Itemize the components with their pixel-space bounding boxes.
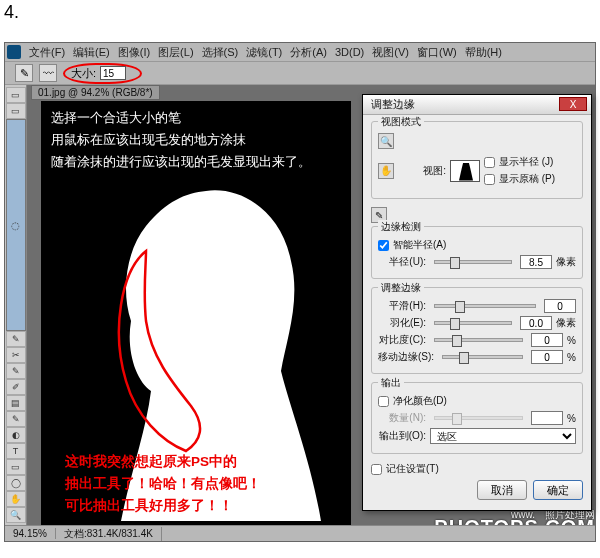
tip-line: 这时我突然想起原来PS中的 <box>65 451 261 473</box>
toolbox: ▭ ▭ ◌ ✎ ✂ ✎ ✐ ▤ ✎ ◐ T ▭ ◯ ✋ 🔍 <box>5 85 27 541</box>
hand-icon[interactable]: ✋ <box>378 163 394 179</box>
ps-logo-icon <box>7 45 21 59</box>
group-label: 输出 <box>378 376 404 390</box>
show-original-checkbox[interactable] <box>484 174 495 185</box>
zoom-level[interactable]: 94.15% <box>5 528 56 539</box>
canvas[interactable]: 选择一个合适大小的笔 用鼠标在应该出现毛发的地方涂抹 随着涂抹的进行应该出现的毛… <box>41 101 351 531</box>
amount-label: 数量(N): <box>378 411 426 425</box>
tip-line: 选择一个合适大小的笔 <box>51 107 311 129</box>
contrast-input[interactable] <box>531 333 563 347</box>
remember-label: 记住设置(T) <box>386 462 439 476</box>
shift-unit: % <box>567 352 576 363</box>
feather-unit: 像素 <box>556 316 576 330</box>
decontaminate-checkbox[interactable] <box>378 396 389 407</box>
menu-help[interactable]: 帮助(H) <box>461 45 506 60</box>
cancel-button[interactable]: 取消 <box>477 480 527 500</box>
view-thumbnail[interactable] <box>450 160 480 182</box>
tool-lasso[interactable]: ◌ <box>6 119 26 331</box>
brush-size-input[interactable] <box>100 66 126 80</box>
smooth-input[interactable] <box>544 299 576 313</box>
tool-wand[interactable]: ✎ <box>6 331 26 347</box>
tool-stamp[interactable]: ✎ <box>6 411 26 427</box>
menu-edit[interactable]: 编辑(E) <box>69 45 114 60</box>
instruction-text-bottom: 这时我突然想起原来PS中的 抽出工具了！哈哈！有点像吧！ 可比抽出工具好用多了！… <box>65 451 261 517</box>
amount-input <box>531 411 563 425</box>
menu-analysis[interactable]: 分析(A) <box>286 45 331 60</box>
tool-marquee[interactable]: ▭ <box>6 103 26 119</box>
tip-line: 抽出工具了！哈哈！有点像吧！ <box>65 473 261 495</box>
show-original-label: 显示原稿 (P) <box>499 172 555 186</box>
menu-select[interactable]: 选择(S) <box>198 45 243 60</box>
tool-shape[interactable]: ◯ <box>6 475 26 491</box>
smart-radius-label: 智能半径(A) <box>393 238 446 252</box>
group-view-mode: 视图模式 🔍 ✋ 视图: 显示半径 (J) 显示原稿 (P) <box>371 121 583 199</box>
tool-eyedropper[interactable]: ✎ <box>6 363 26 379</box>
tool-move[interactable]: ▭ <box>6 87 26 103</box>
dialog-title: 调整边缘 <box>371 97 415 112</box>
menu-layer[interactable]: 图层(L) <box>154 45 197 60</box>
menu-window[interactable]: 窗口(W) <box>413 45 461 60</box>
tool-zoom[interactable]: 🔍 <box>6 507 26 523</box>
radius-unit: 像素 <box>556 255 576 269</box>
shift-label: 移动边缘(S): <box>378 350 434 364</box>
tool-brush[interactable]: ▤ <box>6 395 26 411</box>
tool-path[interactable]: ▭ <box>6 459 26 475</box>
amount-unit: % <box>567 413 576 424</box>
tool-crop[interactable]: ✂ <box>6 347 26 363</box>
doc-size: 文档:831.4K/831.4K <box>56 527 162 541</box>
size-highlight-annotation: 大小: <box>63 63 142 84</box>
tip-line: 随着涂抹的进行应该出现的毛发显现出来了。 <box>51 151 311 173</box>
show-radius-checkbox[interactable] <box>484 157 495 168</box>
radius-input[interactable] <box>520 255 552 269</box>
tip-line: 可比抽出工具好用多了！！ <box>65 495 261 517</box>
smooth-slider[interactable] <box>434 304 536 308</box>
amount-slider <box>434 416 523 420</box>
tool-text[interactable]: T <box>6 443 26 459</box>
feather-input[interactable] <box>520 316 552 330</box>
menu-image[interactable]: 图像(I) <box>114 45 154 60</box>
status-bar: 94.15% 文档:831.4K/831.4K <box>5 525 595 541</box>
remember-checkbox[interactable] <box>371 464 382 475</box>
group-label: 视图模式 <box>378 115 424 129</box>
smart-radius-checkbox[interactable] <box>378 240 389 251</box>
contrast-label: 对比度(C): <box>378 333 426 347</box>
dialog-body: 视图模式 🔍 ✋ 视图: 显示半径 (J) 显示原稿 (P) ✎ 边缘检测 智能… <box>363 115 591 510</box>
feather-slider[interactable] <box>434 321 512 325</box>
shift-input[interactable] <box>531 350 563 364</box>
group-label: 调整边缘 <box>378 281 424 295</box>
zoom-icon[interactable]: 🔍 <box>378 133 394 149</box>
step-number: 4. <box>4 2 19 23</box>
dialog-buttons: 取消 确定 <box>371 480 583 500</box>
size-label: 大小: <box>71 66 96 81</box>
tip-line: 用鼠标在应该出现毛发的地方涂抹 <box>51 129 311 151</box>
group-output: 输出 净化颜色(D) 数量(N):% 输出到(O):选区 <box>371 382 583 454</box>
tool-hand[interactable]: ✋ <box>6 491 26 507</box>
menu-3d[interactable]: 3D(D) <box>331 46 368 58</box>
shift-slider[interactable] <box>442 355 523 359</box>
output-to-select[interactable]: 选区 <box>430 428 576 444</box>
decontaminate-label: 净化颜色(D) <box>393 394 447 408</box>
feather-label: 羽化(E): <box>378 316 426 330</box>
group-label: 边缘检测 <box>378 220 424 234</box>
menu-view[interactable]: 视图(V) <box>368 45 413 60</box>
group-adjust-edge: 调整边缘 平滑(H): 羽化(E):像素 对比度(C):% 移动边缘(S):% <box>371 287 583 374</box>
contrast-slider[interactable] <box>434 338 523 342</box>
refine-edge-dialog: 调整边缘 X 视图模式 🔍 ✋ 视图: 显示半径 (J) 显示原稿 (P) ✎ … <box>362 94 592 511</box>
show-radius-label: 显示半径 (J) <box>499 155 553 169</box>
group-edge-detection: 边缘检测 智能半径(A) 半径(U): 像素 <box>371 226 583 279</box>
smooth-label: 平滑(H): <box>378 299 426 313</box>
radius-slider[interactable] <box>434 260 512 264</box>
close-button[interactable]: X <box>559 97 587 111</box>
tool-gradient[interactable]: ◐ <box>6 427 26 443</box>
menu-filter[interactable]: 滤镜(T) <box>242 45 286 60</box>
radius-label: 半径(U): <box>378 255 426 269</box>
dialog-titlebar[interactable]: 调整边缘 X <box>363 95 591 115</box>
instruction-text-top: 选择一个合适大小的笔 用鼠标在应该出现毛发的地方涂抹 随着涂抹的进行应该出现的毛… <box>51 107 311 173</box>
menubar: 文件(F) 编辑(E) 图像(I) 图层(L) 选择(S) 滤镜(T) 分析(A… <box>5 43 595 61</box>
tool-heal[interactable]: ✐ <box>6 379 26 395</box>
document-tab[interactable]: 01.jpg @ 94.2% (RGB/8*) <box>31 85 160 100</box>
menu-file[interactable]: 文件(F) <box>25 45 69 60</box>
refine-edge-brush-icon[interactable]: ✎ <box>15 64 33 82</box>
brush-icon[interactable]: 〰 <box>39 64 57 82</box>
ok-button[interactable]: 确定 <box>533 480 583 500</box>
